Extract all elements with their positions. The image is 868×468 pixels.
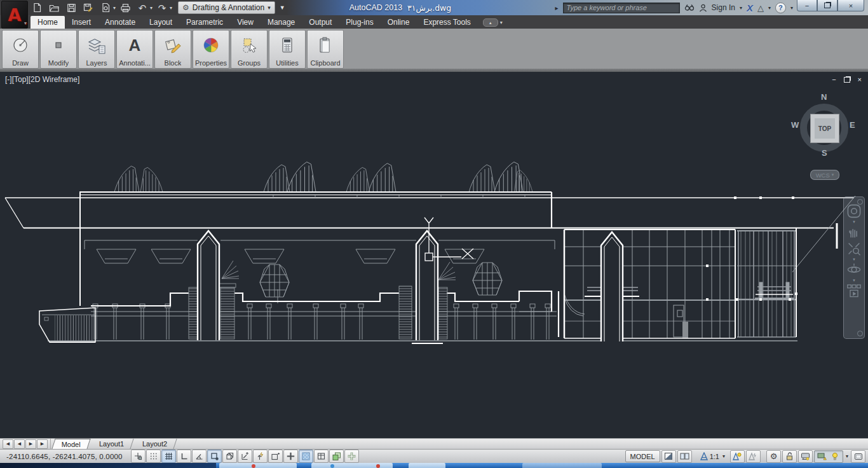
zoom-extents-icon[interactable] (846, 241, 862, 256)
viewcube-east[interactable]: E (850, 120, 855, 130)
search-icon[interactable] (684, 4, 695, 12)
wheel-caret-icon[interactable]: ▾ (853, 220, 855, 223)
toggle-lineweight[interactable] (283, 450, 298, 463)
panel-utilities[interactable]: Utilities (269, 30, 306, 69)
minimize-window-button[interactable]: − (797, 0, 817, 11)
new-file-button[interactable] (29, 1, 44, 14)
clean-screen-button[interactable] (851, 450, 865, 463)
autodesk-360-icon[interactable]: △ (757, 3, 764, 13)
plot-caret-icon[interactable]: ▾ (113, 5, 116, 11)
undo-button[interactable]: ↶ (135, 1, 150, 14)
autoscale-button[interactable] (746, 450, 761, 463)
taskbar-app-button[interactable] (311, 463, 393, 468)
user-icon[interactable] (699, 4, 707, 12)
first-tab-button[interactable]: ◀ (3, 439, 13, 449)
ribbon-minimize-control[interactable]: ▴ ▾ (483, 18, 503, 27)
panel-draw[interactable]: Draw (2, 30, 39, 69)
status-menu-caret-icon[interactable]: ▾ (844, 453, 850, 459)
panel-clipboard[interactable]: Clipboard (307, 30, 344, 69)
panel-properties[interactable]: Properties (193, 30, 229, 69)
showmotion-icon[interactable] (846, 283, 862, 298)
navigation-wheel-icon[interactable] (846, 203, 862, 219)
workspace-dropdown[interactable]: ⚙ Drafting & Annotation ▾ (178, 1, 275, 14)
viewcube[interactable]: N W E S TOP WCS ▾ (795, 95, 853, 162)
print-button[interactable] (118, 1, 133, 14)
plot-preview-button[interactable] (98, 1, 113, 14)
annotation-visibility-button[interactable] (730, 450, 745, 463)
application-menu-button[interactable]: A ▾ (1, 1, 28, 29)
next-tab-button[interactable]: ▶ (25, 439, 36, 449)
tab-layout2[interactable]: Layout2 (133, 439, 177, 449)
tab-layout[interactable]: Layout (142, 16, 179, 29)
last-tab-button[interactable]: ▶ (37, 439, 48, 449)
graphics-performance-button[interactable]: ! (815, 451, 829, 462)
tab-annotate[interactable]: Annotate (98, 16, 142, 29)
doc-minimize-icon[interactable]: − (832, 76, 836, 83)
tab-home[interactable]: Home (31, 16, 65, 29)
undo-caret-icon[interactable]: ▾ (150, 5, 153, 11)
orbit-caret-icon[interactable]: ▾ (853, 279, 855, 282)
hardware-acceleration-button[interactable] (798, 450, 813, 463)
tab-online[interactable]: Online (381, 16, 417, 29)
taskbar-app-button[interactable] (219, 463, 297, 468)
panel-annotation[interactable]: A Annotati... (116, 30, 153, 69)
tab-output[interactable]: Output (302, 16, 339, 29)
close-window-button[interactable]: × (837, 0, 864, 11)
toggle-quick-properties[interactable] (314, 450, 329, 463)
windows-taskbar[interactable] (0, 463, 868, 468)
coordinate-readout[interactable]: -24110.6645, -26241.4075, 0.0000 (3, 453, 131, 460)
redo-button[interactable]: ↷ (154, 1, 170, 14)
toggle-dynamic-ucs[interactable] (253, 450, 268, 463)
redo-caret-icon[interactable]: ▾ (170, 5, 172, 11)
viewcube-south[interactable]: S (822, 148, 827, 158)
help-icon[interactable]: ? (775, 3, 786, 13)
toggle-dynamic-input[interactable] (268, 450, 283, 463)
annotation-scale-control[interactable]: 1:1 ▾ (698, 451, 729, 462)
tab-view[interactable]: View (230, 16, 261, 29)
tab-insert[interactable]: Insert (65, 16, 98, 29)
navbar-customize-dot-2[interactable] (857, 331, 863, 336)
quick-view-layouts-button[interactable] (661, 450, 676, 463)
qat-customize-button[interactable]: ▼ (280, 4, 285, 11)
sign-in-link[interactable]: Sign In (712, 3, 735, 12)
tab-model[interactable]: Model (51, 439, 90, 449)
panel-modify[interactable]: Modify (40, 30, 77, 69)
drawing-canvas[interactable]: [-][Top][2D Wireframe] − × (0, 72, 868, 438)
help-caret-icon[interactable]: ▾ (790, 5, 793, 11)
pan-icon[interactable] (846, 224, 862, 240)
toggle-transparency[interactable] (299, 450, 313, 463)
viewport-controls-label[interactable]: [-][Top][2D Wireframe] (5, 75, 79, 84)
toggle-selection-cycling[interactable] (329, 450, 344, 463)
doc-close-icon[interactable]: × (858, 76, 862, 83)
taskbar-app-button[interactable] (522, 463, 602, 468)
toggle-object-snap-tracking[interactable] (238, 450, 252, 463)
quick-view-drawings-button[interactable] (677, 450, 692, 463)
exchange-apps-icon[interactable]: X (747, 3, 753, 13)
toggle-grid-display[interactable] (161, 450, 176, 463)
viewcube-north[interactable]: N (821, 92, 827, 102)
doc-restore-icon[interactable] (844, 77, 850, 83)
save-as-button[interactable] (81, 1, 96, 14)
prev-tab-button[interactable]: ◀ (14, 439, 25, 449)
a360-caret-icon[interactable]: ▾ (768, 5, 771, 11)
viewcube-west[interactable]: W (791, 120, 799, 130)
taskbar-app-button[interactable] (409, 463, 445, 468)
toggle-ortho-mode[interactable] (177, 450, 191, 463)
tab-express-tools[interactable]: Express Tools (416, 16, 477, 29)
workspace-switching-button[interactable]: ⚙ (766, 450, 781, 463)
tab-parametric[interactable]: Parametric (179, 16, 230, 29)
model-space-button[interactable]: MODEL (625, 450, 660, 462)
panel-layers[interactable]: Layers (78, 30, 115, 69)
tab-layout1[interactable]: Layout1 (90, 439, 133, 449)
toggle-annotation-monitor[interactable] (344, 450, 359, 463)
viewcube-top-face[interactable]: TOP (810, 114, 839, 143)
search-input[interactable] (563, 3, 680, 13)
toggle-snap-mode[interactable] (146, 450, 161, 463)
tab-manage[interactable]: Manage (261, 16, 302, 29)
infocenter-collapse-icon[interactable]: ▸ (555, 4, 559, 11)
wcs-dropdown[interactable]: WCS ▾ (810, 170, 839, 180)
toggle-infer-constraints[interactable] (131, 450, 146, 463)
toggle-3d-object-snap[interactable] (222, 450, 237, 463)
zoom-caret-icon[interactable]: ▾ (853, 258, 855, 261)
restore-window-button[interactable] (817, 0, 837, 11)
